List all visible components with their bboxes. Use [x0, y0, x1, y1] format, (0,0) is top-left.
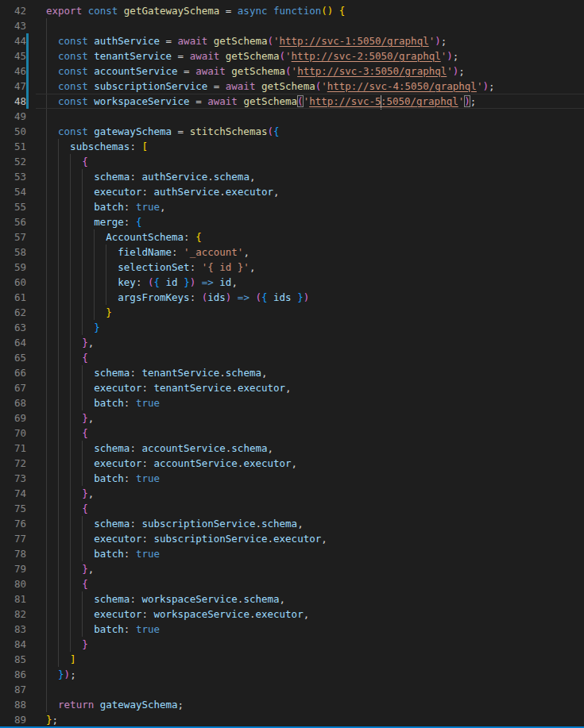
token: gatewaySchema	[94, 125, 177, 137]
token: (	[321, 5, 327, 17]
gutter	[26, 576, 46, 591]
token: .	[207, 171, 214, 183]
token: authService	[94, 35, 165, 47]
token: ,	[267, 442, 273, 454]
line-number[interactable]: 49	[0, 109, 26, 124]
token: (	[267, 125, 273, 137]
line-number[interactable]: 82	[0, 607, 26, 622]
gutter	[26, 335, 46, 350]
line-number[interactable]: 64	[0, 335, 26, 350]
line-number[interactable]: 69	[0, 410, 26, 426]
token: getSchema	[214, 35, 268, 47]
line-number[interactable]: 89	[0, 712, 26, 727]
token: ;	[52, 714, 59, 726]
gutter	[26, 426, 46, 441]
code-line: 58 fieldName: '_account',	[0, 245, 584, 260]
token: ;	[489, 80, 495, 92]
gutter	[26, 290, 46, 305]
line-number[interactable]: 54	[0, 184, 26, 199]
indent-guide	[46, 184, 47, 199]
indent-guide	[46, 245, 47, 260]
line-number[interactable]: 66	[0, 365, 26, 380]
code-area[interactable]: 42export const getGatewaySchema = async …	[0, 0, 584, 728]
indent-guide	[58, 561, 59, 576]
line-number[interactable]: 53	[0, 169, 26, 184]
indent-guide	[46, 335, 47, 350]
line-number[interactable]: 88	[0, 697, 26, 712]
line-number[interactable]: 68	[0, 395, 26, 410]
line-number[interactable]: 63	[0, 320, 26, 335]
code-line: 72 executor: accountService.executor,	[0, 456, 584, 471]
line-number[interactable]: 60	[0, 275, 26, 290]
line-number[interactable]: 52	[0, 154, 26, 169]
token: AccountSchema	[106, 231, 184, 243]
token: schema	[94, 518, 130, 530]
token: export	[46, 5, 88, 17]
indent-guide	[82, 622, 83, 637]
line-number[interactable]: 85	[0, 652, 26, 667]
gutter	[26, 622, 46, 637]
line-number[interactable]: 78	[0, 546, 26, 561]
line-number[interactable]: 79	[0, 561, 26, 576]
text-cursor	[381, 95, 381, 110]
line-number[interactable]: 56	[0, 214, 26, 229]
token	[46, 503, 82, 514]
line-number[interactable]: 43	[0, 18, 26, 33]
indent-guide	[58, 320, 59, 335]
line-number[interactable]: 75	[0, 501, 26, 516]
indent-guide	[58, 229, 59, 245]
indent-guide	[70, 229, 71, 245]
token: .	[219, 186, 226, 198]
token: schema	[94, 593, 130, 605]
line-number[interactable]: 47	[0, 79, 26, 94]
token: async	[238, 5, 273, 17]
line-number[interactable]: 84	[0, 637, 26, 652]
line-number[interactable]: 51	[0, 139, 26, 154]
line-number[interactable]: 58	[0, 245, 26, 260]
token: id	[219, 276, 231, 288]
line-number[interactable]: 67	[0, 380, 26, 395]
token: [	[141, 141, 148, 152]
line-number[interactable]: 46	[0, 64, 26, 79]
code-content: batch: true	[46, 622, 584, 637]
token: http://svc-5	[309, 95, 381, 107]
modified-line-indicator	[26, 33, 29, 48]
token: '	[292, 65, 298, 77]
line-number[interactable]: 77	[0, 531, 26, 546]
line-number[interactable]: 87	[0, 682, 26, 697]
line-number[interactable]: 42	[0, 3, 26, 18]
line-number[interactable]: 44	[0, 33, 26, 48]
token: :	[136, 276, 148, 288]
line-number[interactable]: 62	[0, 305, 26, 320]
token: :	[190, 291, 202, 303]
line-number[interactable]: 72	[0, 456, 26, 471]
indent-guide	[106, 260, 106, 275]
code-line: 57 AccountSchema: {	[0, 229, 584, 245]
line-number[interactable]: 59	[0, 260, 26, 275]
line-number[interactable]: 74	[0, 486, 26, 501]
line-number[interactable]: 83	[0, 622, 26, 637]
code-content: },	[46, 335, 584, 350]
token: =	[195, 95, 207, 107]
line-number[interactable]: 61	[0, 290, 26, 305]
code-content: {	[46, 576, 584, 591]
line-number[interactable]: 65	[0, 350, 26, 365]
line-number[interactable]: 71	[0, 441, 26, 456]
token: :	[172, 246, 184, 258]
line-number[interactable]: 57	[0, 229, 26, 245]
line-number[interactable]: 55	[0, 199, 26, 214]
line-number[interactable]: 76	[0, 516, 26, 531]
indent-guide	[58, 305, 59, 320]
gutter	[26, 64, 46, 79]
indent-guide	[46, 546, 47, 561]
line-number[interactable]: 48	[0, 94, 26, 109]
line-number[interactable]: 50	[0, 124, 26, 139]
line-number[interactable]: 73	[0, 471, 26, 486]
token: await	[190, 50, 226, 62]
line-number[interactable]: 81	[0, 591, 26, 607]
line-number[interactable]: 70	[0, 426, 26, 441]
line-number[interactable]: 45	[0, 48, 26, 64]
code-content: batch: true	[46, 395, 584, 410]
line-number[interactable]: 80	[0, 576, 26, 591]
line-number[interactable]: 86	[0, 667, 26, 682]
